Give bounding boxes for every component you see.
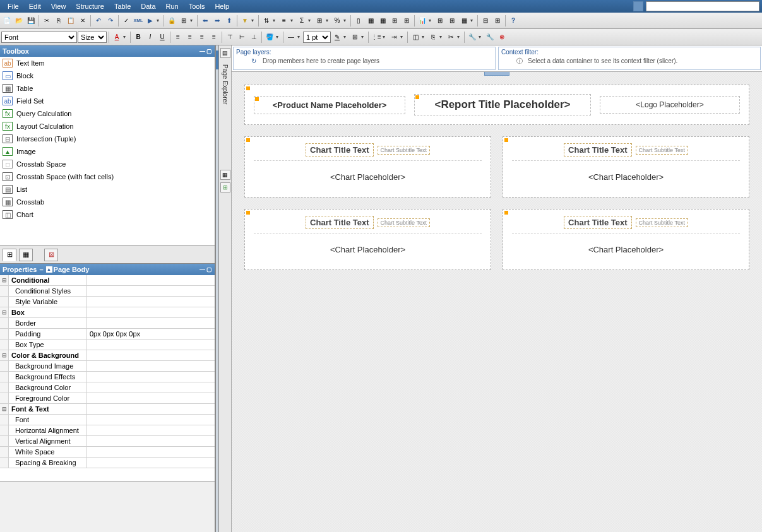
- insert-table-icon[interactable]: ⊞: [389, 15, 400, 27]
- property-value[interactable]: 0px 0px 0px 0px: [87, 329, 215, 339]
- new-icon[interactable]: 📄: [1, 15, 13, 27]
- props-close-icon[interactable]: ▢: [206, 266, 212, 273]
- swap-icon[interactable]: ▦: [377, 15, 388, 27]
- expand-icon[interactable]: [0, 318, 9, 328]
- indent-icon[interactable]: ⇥: [388, 32, 400, 43]
- font-color-icon[interactable]: A: [111, 32, 122, 43]
- save-icon[interactable]: 💾: [25, 15, 37, 27]
- property-row[interactable]: Conditional Styles: [0, 286, 215, 297]
- toolbox-item[interactable]: fxQuery Calculation: [0, 107, 215, 120]
- delete-icon[interactable]: ✕: [77, 15, 88, 27]
- menu-help[interactable]: Help: [210, 3, 234, 10]
- chart-type-icon[interactable]: 📊: [417, 15, 428, 27]
- explorer-query-icon[interactable]: ▦: [220, 170, 230, 180]
- summarize-icon[interactable]: ≡: [278, 15, 290, 27]
- property-row[interactable]: ⊟Font & Text: [0, 404, 215, 415]
- chart-title[interactable]: Chart Title Text: [306, 216, 373, 229]
- expand-icon[interactable]: [0, 458, 9, 468]
- property-value[interactable]: [87, 275, 215, 285]
- expand-icon[interactable]: ⊟: [0, 307, 9, 317]
- chart-placeholder[interactable]: <Chart Placeholder>: [512, 245, 740, 254]
- size-select[interactable]: Size: [78, 32, 107, 43]
- expand-icon[interactable]: [0, 286, 9, 296]
- expand-icon[interactable]: [0, 372, 9, 382]
- close-icon[interactable]: ▢: [206, 48, 212, 54]
- property-value[interactable]: [87, 297, 215, 307]
- aggregate-icon[interactable]: Σ: [296, 15, 307, 27]
- toolbox-tab-objects[interactable]: ⊞: [3, 249, 16, 261]
- chart-cell-3[interactable]: Chart Title TextChart Subtitle Text <Cha…: [244, 209, 491, 270]
- insert-chart-icon[interactable]: ⊞: [401, 15, 412, 27]
- toolbox-item[interactable]: ▦Crosstab: [0, 196, 215, 208]
- menu-view[interactable]: View: [46, 3, 71, 10]
- run-icon[interactable]: ▶: [145, 15, 156, 27]
- reset-icon[interactable]: ⊗: [496, 32, 508, 43]
- property-row[interactable]: ⊟Color & Background: [0, 350, 215, 361]
- toolbox-item[interactable]: fxLayout Calculation: [0, 120, 215, 133]
- chart-cell-1[interactable]: Chart Title TextChart Subtitle Text <Cha…: [244, 136, 491, 198]
- chart-subtitle[interactable]: Chart Subtitle Text: [636, 146, 688, 155]
- toolbox-item[interactable]: ▭Block: [0, 69, 215, 82]
- section-icon[interactable]: ▯: [353, 15, 364, 27]
- menu-structure[interactable]: Structure: [71, 3, 109, 10]
- report-header-block[interactable]: <Product Name Placeholder> <Report Title…: [244, 85, 749, 125]
- toolbox-item[interactable]: ▲Image: [0, 145, 215, 158]
- report-title-cell[interactable]: <Report Title Placeholder>: [414, 94, 591, 115]
- properties-context[interactable]: Page Body: [54, 266, 90, 273]
- expand-icon[interactable]: [0, 297, 9, 307]
- property-row[interactable]: Padding0px 0px 0px 0px: [0, 329, 215, 340]
- variables-icon[interactable]: 🔧: [484, 32, 496, 43]
- percent-icon[interactable]: %: [331, 15, 343, 27]
- minimize-icon[interactable]: —: [199, 48, 205, 54]
- toolbar-grip-icon[interactable]: [633, 1, 643, 11]
- property-row[interactable]: ⊟Box: [0, 307, 215, 318]
- copy-style-icon[interactable]: ⎘: [427, 32, 439, 43]
- headers-icon[interactable]: ⊞: [178, 15, 189, 27]
- toolbox-item[interactable]: ⊡Crosstab Space (with fact cells): [0, 170, 215, 183]
- chart-cell-2[interactable]: Chart Title TextChart Subtitle Text <Cha…: [503, 136, 749, 198]
- toolbox-tab-data[interactable]: ▦: [19, 249, 33, 261]
- drill-up-icon[interactable]: ⊟: [480, 15, 491, 27]
- splitter[interactable]: [215, 45, 219, 532]
- menu-run[interactable]: Run: [161, 3, 184, 10]
- explorer-condition-icon[interactable]: ⊞: [220, 182, 230, 192]
- toolbox-item[interactable]: ◫Chart: [0, 208, 215, 221]
- lock-icon[interactable]: 🔒: [166, 15, 177, 27]
- sort-icon[interactable]: ⇅: [261, 15, 272, 27]
- property-row[interactable]: Foreground Color: [0, 393, 215, 404]
- chart-cell-4[interactable]: Chart Title TextChart Subtitle Text <Cha…: [503, 209, 749, 270]
- chart-palette-icon[interactable]: ⊞: [446, 15, 458, 27]
- align-justify-icon[interactable]: ≡: [208, 32, 220, 43]
- style-ref-icon[interactable]: ◫: [410, 32, 421, 43]
- menu-table[interactable]: Table: [109, 3, 136, 10]
- fill-color-icon[interactable]: 🪣: [264, 32, 275, 43]
- property-value[interactable]: [87, 340, 215, 350]
- chart-subtitle[interactable]: Chart Subtitle Text: [378, 146, 430, 155]
- chart-title[interactable]: Chart Title Text: [564, 216, 631, 229]
- search-input[interactable]: [646, 1, 759, 11]
- property-value[interactable]: [87, 372, 215, 382]
- logo-cell[interactable]: <Logo Placeholder>: [600, 96, 740, 114]
- product-name-cell[interactable]: <Product Name Placeholder>: [254, 96, 405, 114]
- property-row[interactable]: Style Variable: [0, 297, 215, 307]
- menu-edit[interactable]: Edit: [24, 3, 46, 10]
- valign-top-icon[interactable]: ⊤: [224, 32, 235, 43]
- property-row[interactable]: Background Effects: [0, 372, 215, 382]
- report-canvas[interactable]: <Product Name Placeholder> <Report Title…: [232, 72, 762, 532]
- line-color-icon[interactable]: ✎: [331, 32, 343, 43]
- property-row[interactable]: Spacing & Breaking: [0, 458, 215, 468]
- align-right-icon[interactable]: ≡: [196, 32, 208, 43]
- cut-icon[interactable]: ✂: [41, 15, 52, 27]
- property-value[interactable]: [87, 447, 215, 457]
- expand-icon[interactable]: ⊟: [0, 275, 9, 285]
- context-filter-dropzone[interactable]: Context filter: ⓘSelect a data container…: [498, 47, 761, 70]
- expand-icon[interactable]: [0, 425, 9, 435]
- props-minimize-icon[interactable]: —: [199, 266, 205, 273]
- property-value[interactable]: [87, 404, 215, 414]
- redo-icon[interactable]: ↷: [105, 15, 116, 27]
- paste-style-icon[interactable]: ✂: [445, 32, 456, 43]
- toolbox-item[interactable]: abField Set: [0, 95, 215, 107]
- expand-icon[interactable]: [0, 393, 9, 403]
- line-width-select[interactable]: 1 pt: [303, 32, 331, 43]
- expand-icon[interactable]: [0, 415, 9, 425]
